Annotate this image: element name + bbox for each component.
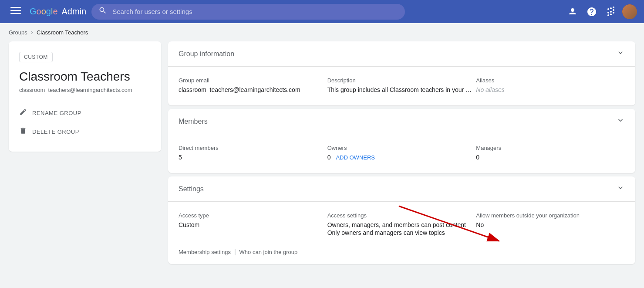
breadcrumb-separator: ›	[31, 28, 33, 36]
group-info-chevron	[616, 48, 625, 59]
description-value: This group includes all Classroom teache…	[327, 86, 476, 93]
membership-settings-link[interactable]: Membership settings	[179, 249, 231, 255]
custom-badge: CUSTOM	[19, 52, 53, 62]
admin-label: Admin	[62, 7, 87, 17]
svg-rect-0	[10, 7, 21, 8]
settings-title: Settings	[179, 185, 204, 193]
group-info-body: Group email classroom_teachers@learninga…	[168, 67, 635, 105]
members-grid: Direct members 5 Owners 0 ADD OWNERS Man…	[179, 143, 625, 164]
group-info-panel: Group information Group email classroom_…	[168, 41, 635, 105]
members-header[interactable]: Members	[168, 109, 635, 134]
left-panel: CUSTOM Classroom Teachers classroom_teac…	[9, 41, 161, 152]
breadcrumb: Groups › Classroom Teachers	[0, 23, 644, 41]
svg-rect-1	[10, 10, 21, 11]
owners-value: 0 ADD OWNERS	[327, 154, 476, 161]
description-label: Description	[327, 77, 476, 84]
header-actions	[565, 4, 637, 20]
search-icon	[98, 6, 107, 17]
access-settings-line1: Owners, managers, and members can post c…	[327, 221, 476, 228]
members-body: Direct members 5 Owners 0 ADD OWNERS Man…	[168, 134, 635, 173]
access-type-value: Custom	[179, 221, 327, 228]
access-settings-label: Access settings	[327, 212, 476, 219]
account-icon[interactable]	[565, 4, 580, 20]
settings-footer: Membership settings | Who can join the g…	[168, 241, 635, 264]
add-owners-link[interactable]: ADD OWNERS	[336, 154, 375, 161]
menu-icon[interactable]	[7, 2, 24, 21]
aliases-value: No aliases	[476, 86, 625, 93]
members-panel: Members Direct members 5 Owners	[168, 109, 635, 173]
direct-members-value: 5	[179, 154, 327, 161]
group-email-display: classroom_teachers@learningarchitects.co…	[19, 87, 151, 93]
direct-members-label: Direct members	[179, 145, 327, 151]
access-type-cell: Access type Custom	[179, 210, 327, 241]
managers-value: 0	[476, 154, 625, 161]
managers-label: Managers	[476, 145, 625, 151]
breadcrumb-groups-link[interactable]: Groups	[9, 29, 27, 36]
owners-count: 0	[327, 154, 331, 161]
avatar-image	[622, 4, 637, 19]
settings-grid: Access type Custom Access settings Owner…	[179, 210, 625, 241]
apps-icon[interactable]	[603, 4, 619, 20]
managers-cell: Managers 0	[476, 143, 625, 164]
access-type-label: Access type	[179, 212, 327, 219]
aliases-label: Aliases	[476, 77, 625, 84]
rename-icon	[19, 108, 27, 118]
description-cell: Description This group includes all Clas…	[327, 75, 476, 97]
group-info-header[interactable]: Group information	[168, 41, 635, 67]
group-info-grid: Group email classroom_teachers@learninga…	[179, 75, 625, 97]
direct-members-cell: Direct members 5	[179, 143, 327, 164]
owners-label: Owners	[327, 145, 476, 151]
svg-rect-2	[10, 13, 21, 14]
settings-chevron	[616, 183, 625, 194]
members-title: Members	[179, 118, 208, 125]
group-email-cell: Group email classroom_teachers@learninga…	[179, 75, 327, 97]
outside-org-label: Allow members outside your organization	[476, 212, 625, 219]
outside-org-value: No	[476, 221, 625, 228]
breadcrumb-current: Classroom Teachers	[37, 29, 88, 36]
delete-group-button[interactable]: DELETE GROUP	[19, 122, 151, 141]
outside-org-cell: Allow members outside your organization …	[476, 210, 625, 241]
settings-panel: Settings	[168, 176, 635, 264]
google-admin-logo: Google Admin	[30, 7, 86, 17]
header: Google Admin	[0, 0, 644, 23]
group-email-label: Group email	[179, 77, 327, 84]
rename-group-button[interactable]: RENAME GROUP	[19, 104, 151, 122]
user-avatar[interactable]	[622, 4, 637, 19]
search-input[interactable]	[112, 8, 398, 15]
members-chevron	[616, 116, 625, 127]
svg-point-3	[571, 8, 574, 12]
rename-group-label: RENAME GROUP	[32, 110, 81, 116]
group-email-value: classroom_teachers@learningarchitects.co…	[179, 86, 327, 93]
owners-cell: Owners 0 ADD OWNERS	[327, 143, 476, 164]
who-can-join-link[interactable]: Who can join the group	[239, 249, 298, 255]
delete-icon	[19, 127, 27, 137]
settings-header[interactable]: Settings	[168, 176, 635, 202]
delete-group-label: DELETE GROUP	[32, 129, 79, 135]
right-panels: Group information Group email classroom_…	[168, 41, 635, 264]
group-info-title: Group information	[179, 50, 234, 58]
main-layout: CUSTOM Classroom Teachers classroom_teac…	[0, 41, 644, 273]
footer-separator: |	[234, 248, 236, 255]
group-name: Classroom Teachers	[19, 69, 151, 84]
help-icon[interactable]	[584, 4, 600, 20]
aliases-cell: Aliases No aliases	[476, 75, 625, 97]
search-bar[interactable]	[91, 4, 405, 20]
access-settings-line2: Only owners and managers can view topics	[327, 229, 476, 236]
access-settings-cell: Access settings Owners, managers, and me…	[327, 210, 476, 241]
settings-body: Access type Custom Access settings Owner…	[168, 202, 635, 241]
